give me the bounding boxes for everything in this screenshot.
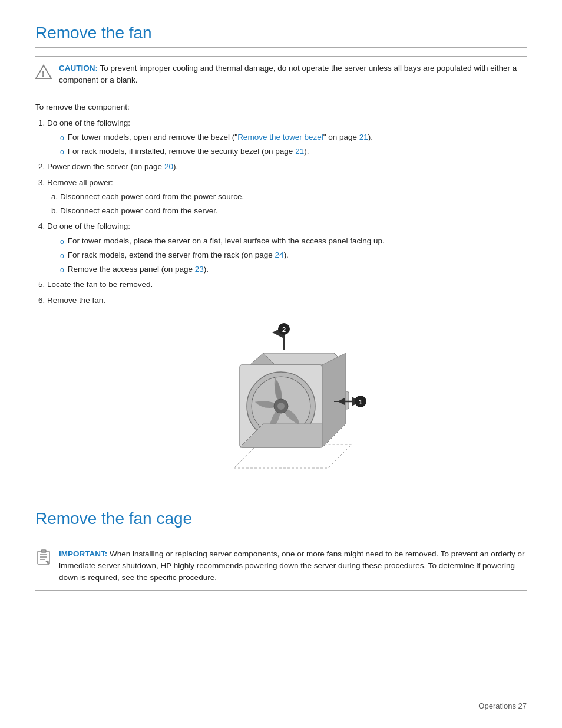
access-panel-link[interactable]: 23: [195, 265, 204, 274]
security-bezel-page-link[interactable]: 21: [295, 147, 304, 156]
step-4-bullet-1: For tower models, place the server on a …: [60, 235, 527, 247]
step-2: Power down the server (on page 20).: [47, 161, 527, 173]
step-4: Do one of the following: For tower model…: [47, 220, 527, 275]
step-3-text: Remove all power:: [47, 178, 113, 187]
step-3: Remove all power: Disconnect each power …: [47, 177, 527, 218]
step-2-text: Power down the server (on page 20).: [47, 162, 178, 171]
section-divider-fan-cage: [35, 533, 527, 533]
page-footer: Operations 27: [478, 701, 527, 710]
step-1-bullets: For tower models, open and remove the be…: [60, 131, 527, 158]
steps-list: Do one of the following: For tower model…: [47, 117, 527, 307]
step-4-bullet-2: For rack models, extend the server from …: [60, 249, 527, 261]
step-6: Remove the fan.: [47, 295, 527, 307]
svg-point-10: [277, 403, 285, 410]
caution-label: CAUTION:: [59, 64, 98, 73]
svg-marker-32: [46, 561, 49, 564]
section-title-fan: Remove the fan: [35, 24, 527, 42]
tower-bezel-page-link[interactable]: 21: [359, 133, 368, 141]
caution-body: To prevent improper cooling and thermal …: [59, 64, 517, 84]
svg-text:1: 1: [359, 398, 362, 406]
svg-marker-2: [234, 444, 352, 468]
power-down-link[interactable]: 20: [164, 162, 173, 171]
step-3-subitems: Disconnect each power cord from the powe…: [60, 191, 527, 218]
important-text: IMPORTANT: When installing or replacing …: [59, 548, 527, 584]
intro-text: To remove the component:: [35, 103, 527, 111]
step-5: Locate the fan to be removed.: [47, 279, 527, 291]
important-icon: [35, 549, 52, 566]
step-4-bullet-1-text: For tower models, place the server on a …: [68, 235, 385, 247]
tower-bezel-link[interactable]: Remove the tower bezel: [237, 133, 323, 141]
step-6-text: Remove the fan.: [47, 296, 105, 305]
fan-diagram-area: 2 1: [35, 321, 527, 492]
step-4-bullet-2-text: For rack models, extend the server from …: [68, 249, 289, 261]
caution-box: ! CAUTION: To prevent improper cooling a…: [35, 56, 527, 93]
section-title-fan-cage: Remove the fan cage: [35, 509, 527, 528]
step-4-bullet-3-text: Remove the access panel (on page 23).: [68, 263, 209, 275]
rack-extend-link[interactable]: 24: [275, 251, 284, 259]
fan-diagram: 2 1: [193, 321, 369, 492]
section-divider-fan: [35, 47, 527, 48]
step-1-bullet-1: For tower models, open and remove the be…: [60, 131, 527, 143]
step-3a: Disconnect each power cord from the powe…: [60, 191, 527, 203]
caution-icon: !: [35, 64, 52, 80]
step-1-bullet-1-text: For tower models, open and remove the be…: [68, 131, 373, 143]
step-4-text: Do one of the following:: [47, 222, 130, 230]
step-1-bullet-2-text: For rack models, if installed, remove th…: [68, 146, 309, 157]
step-4-bullet-3: Remove the access panel (on page 23).: [60, 263, 527, 275]
step-3b: Disconnect each power cord from the serv…: [60, 205, 527, 217]
step-1-bullet-2: For rack models, if installed, remove th…: [60, 146, 527, 157]
important-body: When installing or replacing server comp…: [59, 549, 524, 582]
step-4-bullets: For tower models, place the server on a …: [60, 235, 527, 276]
fan-svg: 2 1: [193, 321, 369, 492]
important-label: IMPORTANT:: [59, 549, 107, 558]
svg-text:2: 2: [282, 326, 286, 333]
important-box: IMPORTANT: When installing or replacing …: [35, 542, 527, 591]
step-1-text: Do one of the following:: [47, 118, 130, 127]
caution-text: CAUTION: To prevent improper cooling and…: [59, 62, 527, 87]
step-5-text: Locate the fan to be removed.: [47, 280, 153, 289]
step-1: Do one of the following: For tower model…: [47, 117, 527, 158]
svg-text:!: !: [42, 69, 45, 78]
